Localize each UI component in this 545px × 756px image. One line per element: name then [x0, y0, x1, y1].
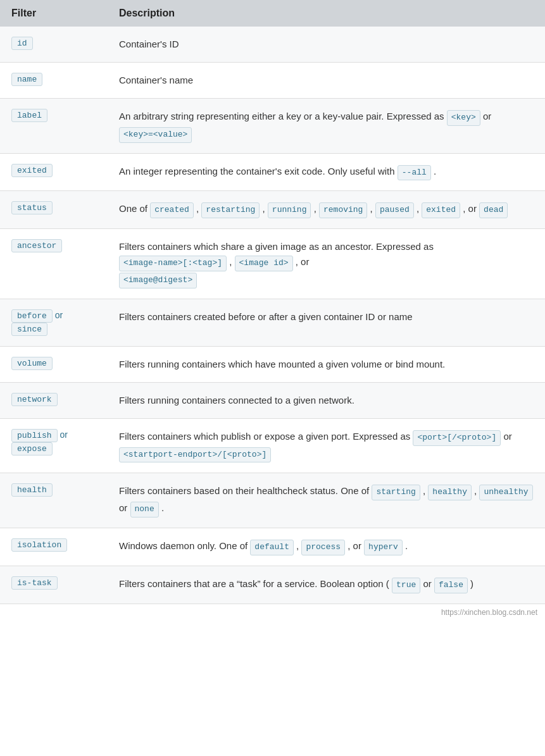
footer-url: https://xinchen.blog.csdn.net: [0, 604, 545, 621]
code-badge: exited: [422, 202, 460, 218]
table-row: ancestorFilters containers which share a…: [0, 229, 545, 299]
filter-cell: is-task: [0, 566, 108, 604]
table-row: nameContainer's name: [0, 63, 545, 99]
table-row: publish or exposeFilters containers whic…: [0, 418, 545, 473]
description-cell: Container's ID: [108, 27, 545, 63]
description-cell: An integer representing the container's …: [108, 153, 545, 191]
code-badge: starting: [372, 485, 420, 500]
description-cell: One of created , restarting , running , …: [108, 191, 545, 229]
filter-cell: publish or expose: [0, 418, 108, 473]
filter-badge: status: [11, 201, 53, 214]
table-row: networkFilters running containers connec…: [0, 382, 545, 418]
filter-table: Filter Description idContainer's IDnameC…: [0, 0, 545, 604]
code-badge: unhealthy: [479, 485, 532, 500]
description-cell: Windows daemon only. One of default , pr…: [108, 528, 545, 566]
filter-cell: id: [0, 27, 108, 63]
code-badge: <key>=<value>: [119, 127, 192, 143]
table-row: volumeFilters running containers which h…: [0, 346, 545, 382]
filter-cell: status: [0, 191, 108, 229]
filter-badge: publish: [11, 429, 58, 442]
filter-cell: isolation: [0, 528, 108, 566]
filter-badge: volume: [11, 357, 53, 370]
description-cell: Filters containers which share a given i…: [108, 229, 545, 299]
code-badge: <startport-endport>/[<proto>]: [119, 447, 271, 463]
description-cell: Container's name: [108, 63, 545, 99]
code-badge: dead: [479, 202, 508, 218]
table-header: Filter Description: [0, 0, 545, 27]
code-badge: restarting: [201, 202, 260, 218]
filter-badge: name: [11, 73, 42, 86]
filter-badge: health: [11, 483, 53, 497]
code-badge: <image id>: [235, 256, 293, 271]
code-badge: <image@digest>: [119, 273, 197, 288]
table-row: is-taskFilters containers that are a “ta…: [0, 566, 545, 604]
filter-badge: network: [11, 393, 58, 406]
code-badge: --all: [398, 165, 431, 181]
code-badge: paused: [375, 202, 414, 218]
filter-badge: label: [11, 109, 47, 122]
filter-cell: ancestor: [0, 229, 108, 299]
filter-cell: exited: [0, 153, 108, 191]
code-badge: created: [150, 202, 194, 218]
filter-badge: expose: [11, 442, 53, 455]
code-badge: default: [250, 540, 294, 555]
code-badge: false: [434, 578, 468, 593]
description-cell: Filters containers based on their health…: [108, 473, 545, 528]
table-row: statusOne of created , restarting , runn…: [0, 191, 545, 229]
table-row: exitedAn integer representing the contai…: [0, 153, 545, 191]
table-row: isolationWindows daemon only. One of def…: [0, 528, 545, 566]
code-badge: removing: [319, 202, 367, 218]
filter-badge: exited: [11, 164, 53, 177]
code-badge: running: [268, 202, 311, 218]
description-cell: Filters running containers which have mo…: [108, 346, 545, 382]
filter-badge: isolation: [11, 538, 67, 552]
description-cell: Filters containers which publish or expo…: [108, 418, 545, 473]
code-badge: <key>: [447, 110, 480, 126]
code-badge: <port>[/<proto>]: [413, 430, 501, 446]
filter-cell: before or since: [0, 299, 108, 346]
table-row: healthFilters containers based on their …: [0, 473, 545, 528]
table-row: idContainer's ID: [0, 27, 545, 63]
code-badge: hyperv: [364, 540, 403, 555]
filter-badge: is-task: [11, 576, 58, 590]
filter-cell: volume: [0, 346, 108, 382]
filter-cell: health: [0, 473, 108, 528]
code-badge: process: [301, 540, 345, 555]
description-cell: Filters containers that are a “task” for…: [108, 566, 545, 604]
filter-cell: name: [0, 63, 108, 99]
filter-badge: before: [11, 309, 53, 323]
filter-badge: ancestor: [11, 239, 62, 252]
description-cell: Filters running containers connected to …: [108, 382, 545, 418]
description-column-header: Description: [108, 0, 545, 27]
table-row: labelAn arbitrary string representing ei…: [0, 99, 545, 154]
code-badge: true: [392, 578, 420, 593]
description-cell: Filters containers created before or aft…: [108, 299, 545, 346]
code-badge: <image-name>[:<tag>]: [119, 256, 227, 271]
description-cell: An arbitrary string representing either …: [108, 99, 545, 154]
filter-cell: network: [0, 382, 108, 418]
filter-cell: label: [0, 99, 108, 154]
code-badge: healthy: [428, 485, 472, 500]
filter-column-header: Filter: [0, 0, 108, 27]
filter-badge: since: [11, 323, 47, 336]
code-badge: none: [130, 502, 159, 517]
table-row: before or sinceFilters containers create…: [0, 299, 545, 346]
filter-badge: id: [11, 37, 33, 50]
